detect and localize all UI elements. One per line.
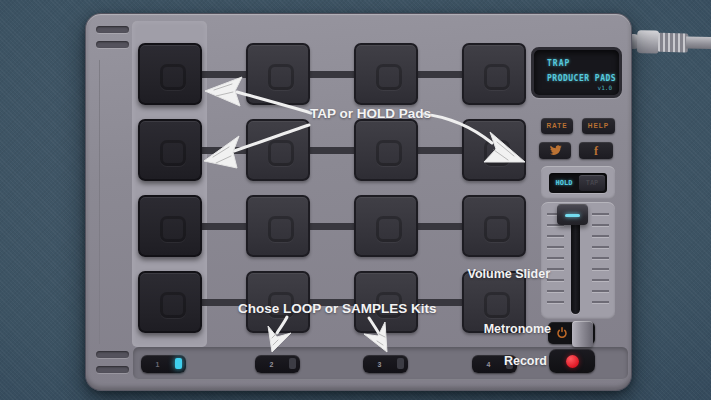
hold-toggle-knob[interactable]: TAP [579, 175, 605, 191]
slider-tick-marks [547, 213, 564, 308]
drum-pad[interactable] [354, 43, 418, 105]
hold-toggle-panel: HOLD TAP [541, 166, 615, 199]
pad-logo-icon [376, 140, 402, 166]
pad-logo-icon [376, 64, 402, 90]
pad-logo-icon [484, 140, 510, 166]
power-icon [556, 327, 568, 339]
kit-button-label: 1 [141, 361, 174, 368]
grille-bar [96, 366, 129, 373]
help-button[interactable]: HELP [582, 118, 615, 134]
volume-slider-panel [541, 202, 615, 319]
twitter-button[interactable] [539, 142, 571, 159]
kit-button-label: 3 [363, 361, 396, 368]
pad-logo-icon [484, 64, 510, 90]
kit-button-3[interactable]: 3 [363, 355, 408, 373]
drum-pad[interactable] [462, 43, 526, 105]
lcd-title-line2: PRODUCER PADS [547, 74, 616, 83]
rate-button[interactable]: RATE [541, 118, 573, 134]
pad-logo-icon [160, 140, 186, 166]
cable-wire [686, 36, 711, 49]
kit-button-1[interactable]: 1 [141, 355, 186, 373]
pad-logo-icon [268, 64, 294, 90]
pad-logo-icon [484, 216, 510, 242]
volume-annotation: Volume Slider [455, 267, 550, 281]
audio-cable-plug [626, 29, 711, 57]
kit-led-indicator [397, 358, 404, 369]
drum-pad[interactable] [138, 195, 202, 257]
pad-logo-icon [484, 292, 510, 318]
drum-pad[interactable] [354, 119, 418, 181]
drum-pad[interactable] [138, 43, 202, 105]
hold-tap-toggle[interactable]: HOLD TAP [549, 173, 607, 193]
facebook-button[interactable]: f [579, 142, 613, 159]
drum-pad[interactable] [246, 43, 310, 105]
pads-annotation: TAP or HOLD Pads [310, 106, 431, 121]
kit-button-2[interactable]: 2 [255, 355, 300, 373]
drum-pad-grid [138, 43, 526, 333]
metronome-annotation: Metronome [452, 322, 551, 336]
drum-pad[interactable] [462, 119, 526, 181]
plug-barrel [637, 30, 660, 54]
pad-logo-icon [376, 216, 402, 242]
lcd-title-line1: TRAP [547, 59, 570, 68]
slider-tick-marks [592, 213, 609, 308]
metronome-toggle[interactable] [548, 322, 595, 344]
volume-slider-handle[interactable] [557, 204, 588, 225]
kit-led-indicator [289, 358, 296, 369]
grille-bar [96, 41, 129, 48]
record-annotation: Record [460, 354, 547, 368]
app-tutorial-screenshot: 1 2 3 4 TRAP PRODUCER PADS v1.0 RATE HEL… [0, 0, 711, 400]
plug-ridges [658, 33, 688, 53]
lcd-screen: TRAP PRODUCER PADS v1.0 [531, 47, 622, 98]
drum-pad[interactable] [246, 119, 310, 181]
pad-logo-icon [268, 140, 294, 166]
hold-toggle-active-label: HOLD [549, 173, 579, 193]
slider-grip-icon [565, 214, 580, 217]
metronome-knob[interactable] [572, 321, 593, 347]
lcd-version: v1.0 [598, 84, 612, 91]
pad-logo-icon [160, 216, 186, 242]
drum-pad[interactable] [354, 195, 418, 257]
grille-bar [96, 351, 129, 358]
facebook-icon: f [594, 145, 598, 157]
grille-bar [96, 26, 129, 33]
twitter-icon [549, 145, 562, 156]
record-icon [566, 355, 579, 368]
drum-pad[interactable] [246, 195, 310, 257]
record-button[interactable] [549, 349, 595, 373]
drum-pad[interactable] [462, 195, 526, 257]
kit-led-indicator [175, 358, 182, 369]
pad-logo-icon [268, 216, 294, 242]
kit-button-label: 2 [255, 361, 288, 368]
pad-logo-icon [160, 64, 186, 90]
pad-logo-icon [160, 292, 186, 318]
kits-annotation: Chose LOOP or SAMPLES Kits [238, 301, 437, 316]
drum-pad[interactable] [138, 271, 202, 333]
drum-pad[interactable] [138, 119, 202, 181]
